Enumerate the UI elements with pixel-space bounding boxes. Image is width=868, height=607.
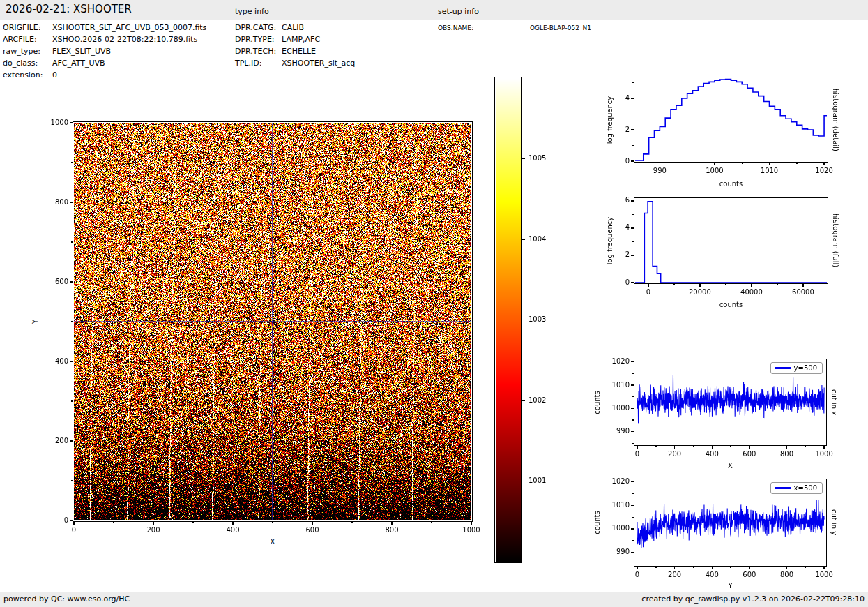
- x-tick-label: 800: [371, 526, 413, 534]
- y-minor-tick: [632, 419, 634, 420]
- footer-right-text: created by qc_rawdisp.py v1.2.3 on 2026-…: [641, 594, 865, 604]
- x-minor-tick: [805, 567, 806, 569]
- cut-in-x-title: cut in x: [830, 360, 838, 444]
- x-minor-tick: [272, 522, 273, 524]
- x-tick-label: 0: [616, 571, 658, 578]
- y-tick: [631, 528, 634, 529]
- y-minor-tick: [632, 145, 634, 146]
- y-tick: [631, 505, 634, 506]
- x-tick-label: 600: [291, 526, 333, 534]
- x-tick: [674, 567, 675, 570]
- x-tick: [823, 446, 824, 449]
- field-value: CALIB: [282, 23, 304, 32]
- field-value: XSHOOTER_SLT_AFC_UVB_053_0007.fits: [52, 23, 206, 32]
- field-value: AFC_ATT_UVB: [52, 59, 105, 68]
- histogram-full-xlabel: counts: [703, 301, 759, 308]
- x-minor-tick: [687, 163, 687, 165]
- x-minor-tick: [777, 284, 777, 286]
- x-minor-tick: [796, 163, 797, 165]
- x-tick-label: 0: [53, 526, 95, 534]
- report-title: 2026-02-21: XSHOOTER: [6, 3, 132, 15]
- x-tick: [749, 446, 749, 449]
- histogram-full-panel: [635, 199, 827, 283]
- x-tick-label: 800: [766, 450, 807, 458]
- y-tick: [70, 440, 73, 441]
- y-minor-tick: [632, 540, 634, 541]
- field-label: ARCFILE:: [3, 35, 37, 44]
- histogram-detail-canvas: [635, 78, 827, 161]
- y-tick: [631, 431, 634, 432]
- y-tick-label: 1000: [36, 119, 68, 126]
- x-tick-label: 990: [639, 167, 680, 174]
- colorbar-tick-label: 1001: [528, 477, 546, 484]
- y-minor-tick: [71, 400, 73, 401]
- field-value: 0: [52, 70, 57, 80]
- y-tick-label: 0: [36, 516, 68, 524]
- y-minor-tick: [71, 162, 73, 163]
- histogram-detail-ylabel: log frequency: [606, 96, 614, 144]
- y-minor-tick: [632, 241, 634, 242]
- x-tick: [769, 163, 770, 166]
- y-minor-tick: [632, 396, 634, 397]
- y-tick-label: 400: [36, 357, 68, 365]
- x-tick-label: 200: [654, 450, 696, 458]
- x-minor-tick: [693, 446, 694, 448]
- x-tick: [751, 284, 752, 287]
- x-tick-label: 0: [616, 450, 658, 458]
- y-minor-tick: [632, 564, 634, 564]
- x-tick-label: 0: [627, 288, 669, 296]
- y-minor-tick: [632, 82, 634, 83]
- x-minor-tick: [192, 522, 193, 524]
- field-value: LAMP,AFC: [282, 35, 320, 44]
- field-label: do_class:: [3, 59, 38, 68]
- histogram-detail-title: histogram (detail): [832, 78, 839, 161]
- y-tick: [70, 202, 73, 202]
- x-tick: [674, 446, 675, 449]
- x-tick: [153, 522, 153, 525]
- y-tick-label: 990: [597, 427, 630, 435]
- colorbar-tick-label: 1005: [528, 154, 546, 162]
- x-tick-label: 1000: [694, 167, 736, 174]
- y-tick-label: 1010: [597, 381, 630, 389]
- setup-info-heading: set-up info: [438, 7, 479, 16]
- x-tick: [312, 522, 312, 525]
- y-minor-tick: [71, 241, 73, 242]
- x-tick: [749, 567, 749, 570]
- x-tick: [823, 163, 824, 166]
- x-tick-label: 400: [212, 526, 254, 534]
- y-tick: [631, 255, 634, 255]
- y-minor-tick: [632, 493, 634, 494]
- legend-line-sample: [775, 367, 791, 368]
- x-minor-tick: [351, 522, 352, 524]
- cut-in-y-legend: x=500: [770, 482, 823, 494]
- x-tick: [637, 446, 637, 449]
- y-tick-label: 1020: [597, 477, 630, 485]
- x-tick-label: 1000: [450, 526, 492, 534]
- y-tick: [631, 129, 634, 130]
- y-minor-tick: [632, 114, 634, 114]
- y-tick: [70, 361, 73, 361]
- x-tick: [232, 522, 233, 525]
- field-value: XSHOOTER_slt_acq: [282, 59, 355, 68]
- x-tick: [786, 446, 787, 449]
- x-minor-tick: [768, 446, 768, 448]
- y-tick: [70, 281, 73, 282]
- x-minor-tick: [805, 446, 806, 448]
- x-tick-label: 1000: [803, 450, 845, 458]
- field-value: ECHELLE: [282, 47, 316, 56]
- x-tick-label: 200: [132, 526, 174, 534]
- y-minor-tick: [71, 321, 73, 322]
- colorbar-tick: [522, 239, 526, 239]
- x-minor-tick: [655, 567, 656, 569]
- y-tick-label: 1020: [597, 357, 630, 365]
- colorbar-canvas: [496, 78, 521, 562]
- colorbar-tick: [522, 481, 526, 481]
- x-minor-tick: [113, 522, 114, 524]
- x-minor-tick: [768, 567, 768, 569]
- x-tick-label: 60000: [782, 288, 824, 296]
- y-tick-label: 800: [36, 198, 68, 206]
- y-minor-tick: [632, 443, 634, 444]
- y-tick-label: 2: [597, 126, 630, 133]
- x-minor-tick: [655, 446, 656, 448]
- x-tick: [637, 567, 637, 570]
